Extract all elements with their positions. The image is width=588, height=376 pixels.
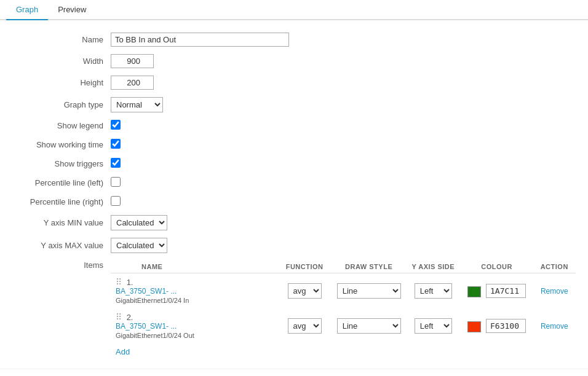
item-function-select[interactable]: avg min max last sum xyxy=(288,283,322,299)
tab-graph[interactable]: Graph xyxy=(6,0,48,20)
show-working-time-row: Show working time xyxy=(12,139,576,151)
item-sub-name: GigabitEthernet1/0/24 Out xyxy=(116,332,194,339)
height-row: Height xyxy=(12,76,576,90)
show-legend-checkbox[interactable] xyxy=(111,120,121,130)
percentile-left-checkbox[interactable] xyxy=(111,177,121,187)
y-axis-max-select[interactable]: Calculated Fixed xyxy=(111,238,167,253)
height-input[interactable] xyxy=(111,76,154,90)
col-header-y-axis-side: Y AXIS SIDE xyxy=(406,260,461,273)
item-y-axis-select[interactable]: Left Right xyxy=(415,318,452,334)
col-header-colour: COLOUR xyxy=(461,260,533,273)
colour-swatch xyxy=(467,286,481,297)
form-container: Name Width Height Graph type Normal Stac… xyxy=(0,20,588,362)
item-colour-cell xyxy=(461,273,533,309)
item-name-cell: ⠿ 2. BA_3750_SW1- ... GigabitEthernet1/0… xyxy=(111,308,277,343)
percentile-left-row: Percentile line (left) xyxy=(12,177,576,189)
width-row: Width xyxy=(12,54,576,68)
remove-link[interactable]: Remove xyxy=(541,322,568,331)
percentile-right-row: Percentile line (right) xyxy=(12,196,576,208)
drag-handle-icon[interactable]: ⠿ xyxy=(116,277,122,287)
item-name-link[interactable]: BA_3750_SW1- ... xyxy=(116,287,272,296)
item-sub-name: GigabitEthernet1/0/24 In xyxy=(116,297,189,304)
y-axis-min-select[interactable]: Calculated Fixed xyxy=(111,215,167,230)
remove-link[interactable]: Remove xyxy=(541,287,568,296)
show-legend-label: Show legend xyxy=(12,121,111,130)
show-triggers-checkbox[interactable] xyxy=(111,158,121,168)
col-header-action: ACTION xyxy=(533,260,576,273)
y-axis-min-label: Y axis MIN value xyxy=(12,218,111,227)
show-triggers-control xyxy=(111,158,121,170)
colour-input[interactable] xyxy=(486,319,526,333)
items-section: Items NAME FUNCTION DRAW STYLE Y AXIS SI… xyxy=(12,260,576,356)
col-header-function: FUNCTION xyxy=(277,260,332,273)
percentile-left-control xyxy=(111,177,121,189)
width-label: Width xyxy=(12,57,111,66)
item-action-cell: Remove xyxy=(533,308,576,343)
show-legend-row: Show legend xyxy=(12,120,576,131)
item-draw-style-select[interactable]: Line Filled region Bold line Dot Dashed … xyxy=(337,318,401,334)
width-control xyxy=(111,54,154,68)
show-legend-control xyxy=(111,120,121,131)
percentile-right-control xyxy=(111,196,121,208)
item-name-cell: ⠿ 1. BA_3750_SW1- ... GigabitEthernet1/0… xyxy=(111,273,277,309)
item-number: 2. xyxy=(127,313,133,322)
items-table-wrapper: NAME FUNCTION DRAW STYLE Y AXIS SIDE COL… xyxy=(111,260,576,356)
items-table: NAME FUNCTION DRAW STYLE Y AXIS SIDE COL… xyxy=(111,260,576,343)
item-draw-style-cell: Line Filled region Bold line Dot Dashed … xyxy=(332,308,406,343)
show-triggers-row: Show triggers xyxy=(12,158,576,170)
y-axis-min-control: Calculated Fixed xyxy=(111,215,167,230)
graph-type-select[interactable]: Normal Stacked Pie Exploded xyxy=(111,97,163,112)
show-triggers-label: Show triggers xyxy=(12,159,111,168)
table-row: ⠿ 1. BA_3750_SW1- ... GigabitEthernet1/0… xyxy=(111,273,576,309)
name-row: Name xyxy=(12,33,576,47)
item-y-axis-cell: Left Right xyxy=(406,273,461,309)
y-axis-max-control: Calculated Fixed xyxy=(111,238,167,253)
y-axis-max-label: Y axis MAX value xyxy=(12,241,111,250)
show-working-time-label: Show working time xyxy=(12,140,111,149)
item-function-select[interactable]: avg min max last sum xyxy=(288,318,322,334)
table-row: ⠿ 2. BA_3750_SW1- ... GigabitEthernet1/0… xyxy=(111,308,576,343)
name-input[interactable] xyxy=(111,33,289,47)
item-action-cell: Remove xyxy=(533,273,576,309)
percentile-left-label: Percentile line (left) xyxy=(12,178,111,187)
item-number: 1. xyxy=(127,278,133,287)
percentile-right-label: Percentile line (right) xyxy=(12,197,111,206)
graph-type-control: Normal Stacked Pie Exploded xyxy=(111,97,163,112)
y-axis-max-row: Y axis MAX value Calculated Fixed xyxy=(12,238,576,253)
height-control xyxy=(111,76,154,90)
colour-swatch xyxy=(467,321,481,332)
item-y-axis-cell: Left Right xyxy=(406,308,461,343)
percentile-right-checkbox[interactable] xyxy=(111,196,121,206)
item-draw-style-cell: Line Filled region Bold line Dot Dashed … xyxy=(332,273,406,309)
item-name-link[interactable]: BA_3750_SW1- ... xyxy=(116,322,272,331)
name-label: Name xyxy=(12,35,111,44)
y-axis-min-row: Y axis MIN value Calculated Fixed xyxy=(12,215,576,230)
graph-type-row: Graph type Normal Stacked Pie Exploded xyxy=(12,97,576,112)
item-colour-cell xyxy=(461,308,533,343)
name-control xyxy=(111,33,289,47)
add-item-link[interactable]: Add xyxy=(116,347,130,356)
item-y-axis-select[interactable]: Left Right xyxy=(415,283,452,299)
width-input[interactable] xyxy=(111,54,154,68)
col-header-name: NAME xyxy=(111,260,277,273)
footer: 3 Add Cancel http://tryrus.blog.51cto.co… xyxy=(0,369,588,376)
item-draw-style-select[interactable]: Line Filled region Bold line Dot Dashed … xyxy=(337,283,401,299)
drag-handle-icon[interactable]: ⠿ xyxy=(116,312,122,322)
colour-input[interactable] xyxy=(486,284,526,298)
tab-preview[interactable]: Preview xyxy=(48,0,96,20)
show-working-time-control xyxy=(111,139,121,151)
items-label: Items xyxy=(12,260,111,270)
item-function-cell: avg min max last sum xyxy=(277,308,332,343)
graph-type-label: Graph type xyxy=(12,100,111,109)
col-header-draw-style: DRAW STYLE xyxy=(332,260,406,273)
tabs-bar: Graph Preview xyxy=(0,0,588,20)
show-working-time-checkbox[interactable] xyxy=(111,139,121,149)
height-label: Height xyxy=(12,78,111,87)
item-function-cell: avg min max last sum xyxy=(277,273,332,309)
